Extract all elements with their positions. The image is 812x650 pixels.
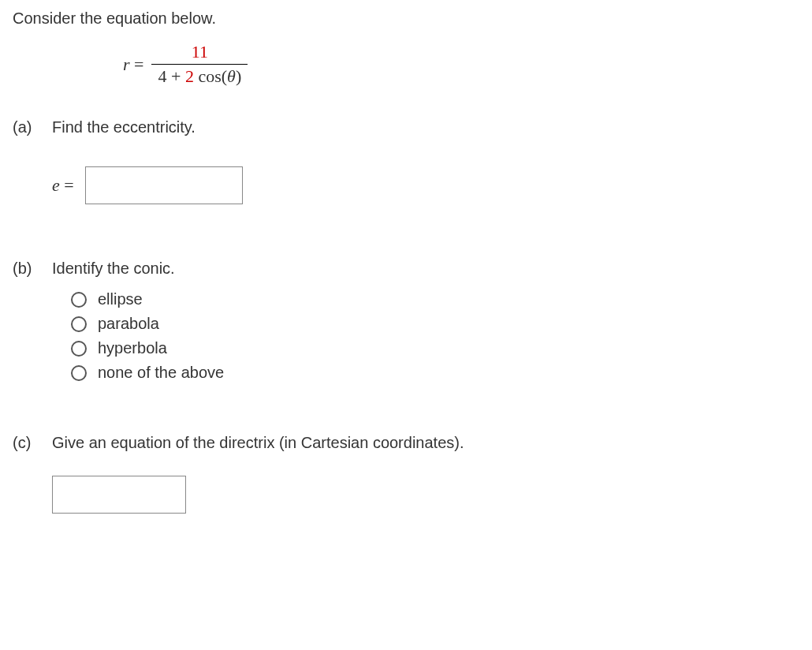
option-none-row[interactable]: none of the above (52, 364, 799, 382)
part-a-question: Find the eccentricity. (52, 118, 799, 136)
answer-eq: = (60, 175, 74, 195)
den-theta: θ (227, 66, 236, 86)
eccentricity-input[interactable] (85, 166, 243, 204)
directrix-input[interactable] (52, 476, 186, 514)
part-a-answer-label: e = (52, 175, 74, 196)
part-b-label: (b) (13, 260, 52, 278)
option-ellipse-label: ellipse (98, 290, 143, 308)
equation-fraction: 11 4 + 2 cos(θ) (151, 42, 248, 87)
option-ellipse-row[interactable]: ellipse (52, 290, 799, 308)
equation-denominator: 4 + 2 cos(θ) (151, 64, 248, 87)
equation-display: r = 11 4 + 2 cos(θ) (123, 42, 799, 87)
den-coef: 2 (185, 66, 194, 86)
radio-hyperbola[interactable] (71, 341, 87, 357)
radio-none[interactable] (71, 365, 87, 381)
option-hyperbola-label: hyperbola (98, 339, 167, 357)
part-a-label: (a) (13, 118, 52, 136)
radio-ellipse[interactable] (71, 292, 87, 308)
answer-var: e (52, 175, 60, 195)
part-c: (c) Give an equation of the directrix (i… (13, 434, 799, 460)
option-parabola-label: parabola (98, 315, 159, 333)
equation-numerator: 11 (185, 42, 214, 64)
equation-var: r (123, 54, 130, 74)
den-plus: + (166, 66, 184, 86)
part-b: (b) Identify the conic. ellipse parabola… (13, 260, 799, 388)
option-none-label: none of the above (98, 364, 224, 382)
equation-lhs: r = (123, 54, 143, 75)
den-cos-open: cos( (194, 66, 227, 86)
part-b-options: ellipse parabola hyperbola none of the a… (52, 290, 799, 382)
intro-text: Consider the equation below. (13, 9, 799, 28)
part-b-question: Identify the conic. (52, 260, 799, 278)
option-parabola-row[interactable]: parabola (52, 315, 799, 333)
den-const: 4 (158, 66, 166, 86)
part-c-question: Give an equation of the directrix (in Ca… (52, 434, 799, 452)
radio-parabola[interactable] (71, 316, 87, 332)
part-a-answer-row: e = (52, 166, 799, 204)
option-hyperbola-row[interactable]: hyperbola (52, 339, 799, 357)
den-cos-close: ) (236, 66, 241, 86)
part-a: (a) Find the eccentricity. (13, 118, 799, 144)
equation-equals: = (130, 54, 144, 74)
part-c-label: (c) (13, 434, 52, 452)
